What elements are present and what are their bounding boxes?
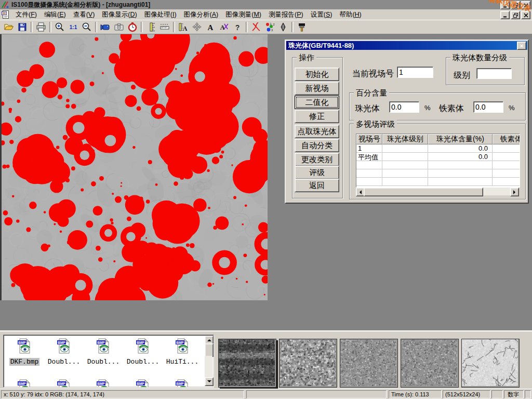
table-cell[interactable]	[356, 161, 382, 169]
video-camera-button[interactable]	[99, 21, 112, 34]
table-row[interactable]	[356, 178, 520, 186]
micrograph-image[interactable]	[2, 34, 268, 300]
table-hscrollbar[interactable]	[356, 188, 519, 195]
delete-curve-button[interactable]	[249, 21, 263, 34]
table-row[interactable]: 平均值0.0	[356, 153, 520, 161]
table-cell[interactable]	[382, 144, 428, 153]
ferrite-percent-input[interactable]	[473, 101, 503, 113]
grade-input[interactable]	[476, 68, 512, 79]
child-window-icon[interactable]	[2, 10, 10, 19]
menu-a[interactable]: 图像分析(A)	[180, 9, 222, 20]
table-cell[interactable]	[356, 169, 382, 178]
caliper-text-button[interactable]: A	[177, 21, 190, 34]
op-button-6[interactable]: 自动分类	[295, 139, 339, 152]
thumbnail-image[interactable]	[462, 339, 518, 386]
op-button-7[interactable]: 更改类别	[295, 153, 339, 166]
menu-m[interactable]: 图像测量(M)	[222, 9, 265, 20]
menu-e[interactable]: 编辑(E)	[41, 9, 70, 20]
dialog-title-bar[interactable]: 珠光体(GB/T9441-88) ×	[286, 41, 527, 50]
thumb-3[interactable]	[340, 339, 398, 388]
child-minimize-button[interactable]	[500, 11, 510, 19]
file-item[interactable]: BMPDKF.bmp	[6, 338, 43, 366]
class-dots-button[interactable]: 123	[263, 21, 276, 34]
table-cell[interactable]	[428, 178, 493, 186]
file-item[interactable]: BMP	[124, 379, 162, 388]
table-cell[interactable]: 平均值	[356, 153, 382, 161]
file-item[interactable]: BMP	[85, 379, 122, 388]
scroll-thumb[interactable]	[205, 343, 214, 357]
brush-button[interactable]	[295, 21, 309, 34]
ruler-horizontal-button[interactable]	[158, 21, 171, 34]
menu-d[interactable]: 图像显示(D)	[98, 9, 140, 20]
pearlite-percent-input[interactable]	[389, 101, 419, 113]
op-button-3[interactable]: 二值化	[295, 96, 339, 109]
table-cell[interactable]	[493, 169, 520, 178]
rating-table[interactable]: 视场号珠光体级别珠光体含量(%)铁素体含量(%)10.0平均值0.0	[356, 134, 520, 188]
minimize-button[interactable]	[500, 1, 510, 9]
file-item[interactable]: BMPDoubl...	[124, 338, 162, 366]
pen-button[interactable]	[276, 21, 290, 34]
table-cell[interactable]	[382, 178, 428, 186]
menu-p[interactable]: 测量报告(P)	[265, 9, 307, 20]
thumbnail-image[interactable]	[219, 339, 275, 386]
menu-v[interactable]: 查看(V)	[70, 9, 99, 20]
op-button-4[interactable]: 修正	[295, 110, 339, 123]
table-cell[interactable]	[493, 161, 520, 169]
camera-button[interactable]	[112, 21, 126, 34]
timer-button[interactable]	[126, 21, 139, 34]
table-cell[interactable]	[356, 178, 382, 186]
text-edit-button[interactable]: A	[217, 21, 231, 34]
zoom-out-button[interactable]	[80, 21, 94, 34]
table-cell[interactable]: 0.0	[428, 153, 493, 161]
thumb-4[interactable]	[401, 339, 459, 388]
current-field-input[interactable]	[397, 66, 433, 78]
table-cell[interactable]	[493, 144, 520, 153]
table-row[interactable]	[356, 161, 520, 169]
scroll-down-button[interactable]	[205, 377, 214, 386]
thumb-2[interactable]	[279, 339, 337, 388]
file-item[interactable]: BMPDoubl...	[85, 338, 122, 366]
scroll-thumb[interactable]	[364, 188, 483, 196]
zoom-in-button[interactable]	[53, 21, 66, 34]
table-cell[interactable]: 1	[356, 144, 382, 153]
thumb-5[interactable]	[461, 339, 520, 388]
thumb-1[interactable]	[218, 339, 276, 388]
child-close-button[interactable]	[521, 11, 530, 19]
op-button-2[interactable]: 新视场	[295, 82, 339, 95]
op-button-8[interactable]: 评级	[295, 166, 339, 179]
table-cell[interactable]	[493, 153, 520, 161]
open-folder-button[interactable]	[2, 21, 16, 34]
table-row[interactable]	[356, 169, 520, 178]
op-button-1[interactable]: 初始化	[295, 68, 339, 81]
thumbnail-image[interactable]	[340, 339, 396, 386]
file-item[interactable]: BMPHuiTi...	[164, 338, 201, 366]
file-item[interactable]: BMP	[6, 379, 43, 388]
help-button[interactable]: ?	[231, 21, 244, 34]
menu-s[interactable]: 设置(S)	[307, 9, 336, 20]
table-cell[interactable]	[428, 161, 493, 169]
file-item[interactable]: BMPDoubl...	[45, 338, 83, 366]
op-button-5[interactable]: 点取珠光体	[295, 125, 339, 138]
dialog-close-icon[interactable]: ×	[517, 42, 526, 50]
file-item[interactable]: BMP	[164, 379, 201, 388]
file-item[interactable]: BMP	[45, 379, 83, 388]
close-button[interactable]	[521, 1, 530, 9]
table-cell[interactable]	[382, 153, 428, 161]
table-cell[interactable]	[493, 178, 520, 186]
save-button[interactable]	[16, 21, 29, 34]
child-restore-button[interactable]	[511, 11, 520, 19]
table-cell[interactable]	[428, 169, 493, 178]
file-browser-scrollbar[interactable]	[205, 336, 213, 385]
table-row[interactable]: 10.0	[356, 144, 520, 153]
print-button[interactable]	[34, 21, 48, 34]
pan-cross-button[interactable]	[190, 21, 204, 34]
table-cell[interactable]	[382, 161, 428, 169]
table-cell[interactable]: 0.0	[428, 144, 493, 153]
table-cell[interactable]	[382, 169, 428, 178]
text-button[interactable]: A	[204, 21, 217, 34]
menu-f[interactable]: 文件(F)	[12, 9, 41, 20]
scroll-track[interactable]	[205, 356, 212, 377]
restore-button[interactable]	[511, 1, 520, 9]
menu-h[interactable]: 帮助(H)	[336, 9, 365, 20]
menu-i[interactable]: 图像处理(I)	[141, 9, 180, 20]
